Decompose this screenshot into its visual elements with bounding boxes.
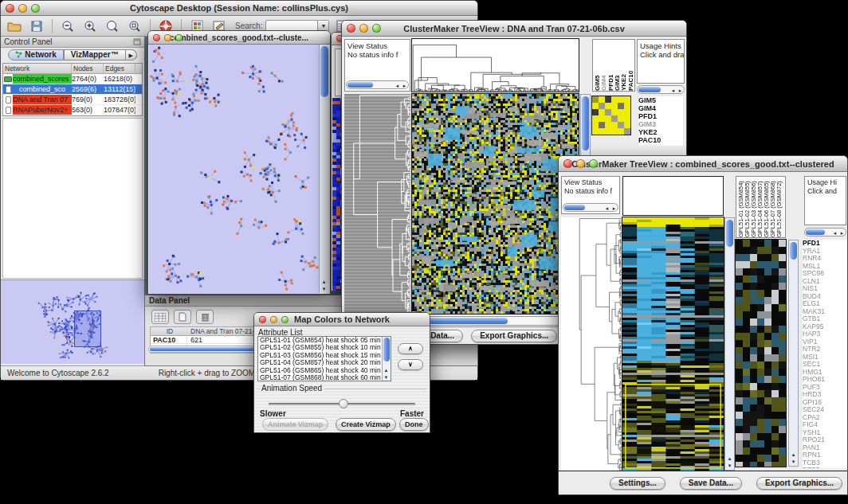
scroll-down-icon[interactable]: ▾ — [726, 462, 733, 469]
scrollbar-thumb[interactable] — [320, 46, 328, 97]
col-nodes[interactable]: Nodes — [72, 64, 104, 73]
minimize-icon[interactable] — [359, 24, 368, 33]
column-label[interactable]: GPL51-03 (GSM856) — [751, 177, 757, 237]
float-panel-icon[interactable] — [133, 38, 141, 45]
heatmap-canvas[interactable] — [622, 217, 724, 471]
scroll-down-icon[interactable]: ▾ — [790, 458, 797, 465]
column-label[interactable]: GIM4 — [601, 40, 607, 91]
zoom-window-icon[interactable] — [372, 24, 381, 33]
close-icon[interactable] — [259, 316, 266, 323]
usage-hscrollbar[interactable]: ◂ ▸ — [804, 228, 846, 236]
view-status-hscrollbar[interactable]: ◂ ▸ — [346, 80, 409, 89]
treeview2-titlebar[interactable]: ClusterMaker TreeView : combined_scores_… — [559, 156, 847, 172]
network-row[interactable]: combined_sco 2569(6) 13112(15) — [3, 84, 142, 95]
network-row[interactable]: combined_scores 2764(0) 16218(0) — [3, 74, 142, 84]
scrollbar-thumb[interactable] — [582, 96, 589, 150]
attribute-item[interactable]: GPL51-07 (GSM868) heat shock 60 min — [258, 374, 391, 381]
scroll-up-icon[interactable]: ▴ — [726, 455, 733, 462]
treeview1-titlebar[interactable]: ClusterMaker TreeView : DNA and Tran 07-… — [342, 21, 686, 37]
column-label[interactable]: GPL51-06 (GSM865) — [764, 177, 770, 237]
network-row[interactable]: DNA and Tran 07 769(0) 183728(0) — [3, 95, 142, 105]
minimize-icon[interactable] — [164, 34, 171, 41]
listbox-vscrollbar[interactable]: ▴ ▾ — [382, 337, 391, 381]
close-icon[interactable] — [6, 4, 14, 13]
new-attribute-button[interactable] — [174, 310, 191, 324]
open-session-button[interactable] — [5, 18, 24, 35]
zoom-window-icon[interactable] — [31, 4, 40, 13]
scroll-down-icon[interactable]: ▾ — [320, 285, 328, 292]
scroll-left-icon[interactable]: ◂ — [831, 229, 838, 236]
heatmap-canvas[interactable] — [412, 94, 579, 314]
scroll-up-icon[interactable]: ▴ — [790, 451, 797, 458]
scrollbar-thumb[interactable] — [347, 82, 373, 88]
id-column-header[interactable]: ID — [151, 327, 187, 335]
column-label[interactable]: GPL51-07 (GSM868) — [770, 177, 776, 237]
tab-network[interactable]: Network — [8, 49, 63, 61]
tab-vizmapper[interactable]: VizMapper™ — [64, 49, 126, 61]
column-dendrogram-canvas[interactable] — [412, 39, 579, 92]
scroll-right-icon[interactable]: ▸ — [677, 87, 684, 94]
treeview-action-button[interactable]: Export Graphics... — [756, 477, 842, 490]
treeview-action-button[interactable]: Settings... — [610, 477, 665, 490]
delete-attribute-button[interactable] — [196, 310, 214, 324]
gene-label[interactable]: PAC10 — [638, 136, 683, 144]
scroll-right-icon[interactable]: ▸ — [838, 229, 846, 236]
column-label[interactable]: YKE2 — [621, 40, 627, 91]
selected-submatrix-canvas[interactable] — [736, 240, 786, 467]
column-label[interactable]: GPL51-08 (GSM872) — [776, 177, 783, 237]
network-row[interactable]: RNAPuberNov2+ 563(0) 107847(0) — [3, 105, 142, 115]
select-attributes-button[interactable] — [151, 310, 169, 324]
zoom-selected-button[interactable] — [125, 18, 144, 35]
gene-list-vscrollbar[interactable]: ▴ ▾ — [788, 240, 799, 467]
treeview-action-button[interactable]: Save Data... — [680, 477, 742, 490]
attribute-listbox[interactable]: GPL51-01 (GSM854) heat shock 05 minGPL51… — [257, 336, 391, 381]
close-icon[interactable] — [347, 24, 355, 33]
overview-viewport-rect[interactable] — [74, 311, 101, 347]
scroll-up-icon[interactable]: ▴ — [383, 366, 390, 373]
gene-label[interactable]: GIM5 — [638, 96, 683, 104]
scrollbar-thumb[interactable] — [726, 220, 733, 247]
move-up-button[interactable]: ∧ — [398, 343, 423, 354]
move-down-button[interactable]: ∨ — [398, 359, 423, 370]
row-dendrogram-canvas[interactable] — [344, 94, 410, 314]
gene-label[interactable]: GIM4 — [638, 104, 683, 112]
minimize-icon[interactable] — [576, 159, 585, 168]
heatmap-vscrollbar[interactable]: ▴ ▾ — [724, 217, 735, 471]
scroll-left-icon[interactable]: ◂ — [603, 205, 610, 212]
scrollbar-thumb[interactable] — [564, 205, 585, 210]
view-status-hscrollbar[interactable]: ◂ ▸ — [563, 203, 618, 212]
selected-submatrix-canvas[interactable] — [592, 96, 630, 135]
usage-hscrollbar[interactable]: ◂ ▸ — [637, 85, 685, 94]
zoom-in-button[interactable] — [80, 18, 100, 35]
scrollbar-thumb[interactable] — [638, 87, 661, 92]
row-dendrogram-canvas[interactable] — [561, 217, 622, 471]
zoom-fit-button[interactable] — [103, 18, 122, 35]
main-titlebar[interactable]: Cytoscape Desktop (Session Name: collins… — [1, 1, 477, 16]
minimize-icon[interactable] — [18, 4, 27, 13]
scrollbar-thumb[interactable] — [383, 338, 390, 361]
zoom-out-button[interactable] — [58, 18, 77, 35]
animate-vizmap-button[interactable]: Animate Vizmap — [262, 418, 328, 431]
scroll-left-icon[interactable]: ◂ — [669, 87, 677, 94]
column-label[interactable]: GPL51-02 (GSM855) — [744, 177, 751, 237]
zoom-window-icon[interactable] — [175, 34, 183, 41]
network-view-titlebar[interactable]: combined_scores_good.txt--cluste... — [148, 31, 330, 45]
zoom-window-icon[interactable] — [281, 316, 289, 323]
network-graph-canvas[interactable] — [149, 45, 320, 294]
scroll-left-icon[interactable]: ◂ — [394, 82, 401, 89]
done-button[interactable]: Done — [399, 418, 429, 431]
scrollbar-thumb[interactable] — [806, 229, 825, 235]
close-icon[interactable] — [153, 34, 160, 41]
create-vizmap-button[interactable]: Create Vizmap — [336, 418, 396, 431]
network-overview-panel[interactable] — [1, 279, 144, 364]
col-edges[interactable]: Edges — [104, 64, 135, 73]
gene-label[interactable]: PEP5 — [803, 467, 847, 468]
column-label[interactable]: GPL51-01 (GSM854) — [738, 177, 744, 237]
save-session-button[interactable] — [27, 18, 46, 35]
gene-label[interactable]: GIM3 — [638, 120, 683, 128]
scroll-right-icon[interactable]: ▸ — [401, 82, 408, 89]
animation-speed-slider[interactable] — [269, 403, 415, 405]
column-label[interactable]: GPL51-04 (GSM857) — [757, 177, 764, 237]
gene-label[interactable]: PFD1 — [638, 112, 683, 120]
minimize-icon[interactable] — [270, 316, 277, 323]
